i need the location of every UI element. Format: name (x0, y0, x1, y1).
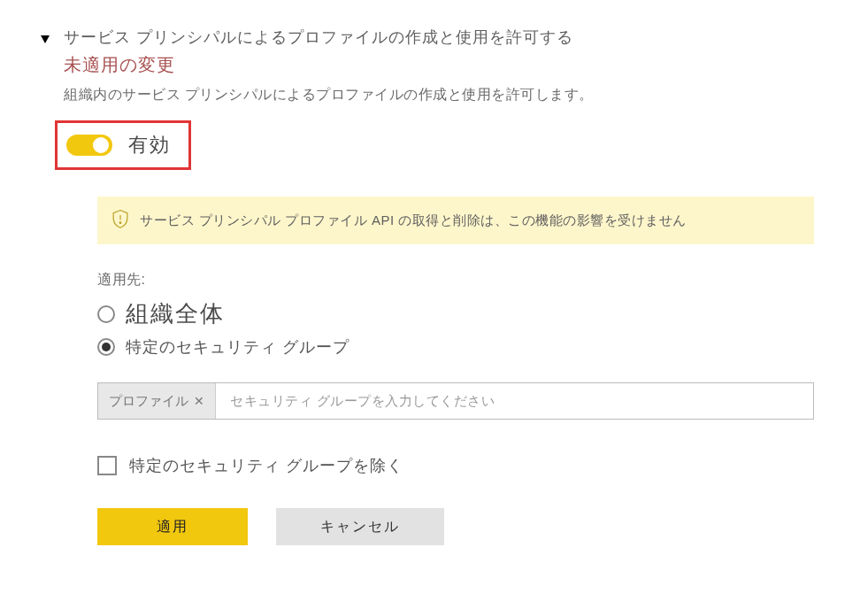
disclosure-triangle-icon[interactable] (41, 35, 50, 43)
input-placeholder: セキュリティ グループを入力してください (216, 393, 495, 410)
exclude-checkbox-label: 特定のセキュリティ グループを除く (129, 455, 403, 476)
tag-label: プロファイル (109, 393, 188, 410)
apply-to-label: 適用先: (97, 271, 833, 289)
svg-point-1 (119, 222, 121, 224)
group-tag: プロファイル ✕ (98, 383, 216, 419)
enable-toggle[interactable] (66, 135, 112, 156)
unapplied-changes-label: 未適用の変更 (64, 53, 833, 77)
tag-remove-icon[interactable]: ✕ (194, 394, 204, 408)
radio-specific-groups[interactable] (97, 338, 115, 356)
cancel-button[interactable]: キャンセル (276, 508, 444, 545)
toggle-knob-icon (93, 137, 109, 153)
setting-title: サービス プリンシパルによるプロファイルの作成と使用を許可する (64, 27, 833, 48)
radio-specific-groups-label: 特定のセキュリティ グループ (126, 336, 350, 358)
exclude-checkbox[interactable] (97, 456, 117, 475)
radio-entire-org[interactable] (97, 305, 115, 323)
info-banner: サービス プリンシパル プロファイル API の取得と削除は、この機能の影響を受… (97, 197, 814, 244)
radio-entire-org-label: 組織全体 (126, 298, 225, 329)
toggle-label: 有効 (128, 132, 171, 158)
shield-icon (111, 209, 129, 232)
banner-text: サービス プリンシパル プロファイル API の取得と削除は、この機能の影響を受… (140, 212, 687, 229)
setting-description: 組織内のサービス プリンシパルによるプロファイルの作成と使用を許可します。 (64, 86, 833, 104)
apply-button[interactable]: 適用 (97, 508, 248, 545)
toggle-highlight-box: 有効 (55, 120, 191, 170)
security-group-input[interactable]: プロファイル ✕ セキュリティ グループを入力してください (97, 382, 814, 420)
